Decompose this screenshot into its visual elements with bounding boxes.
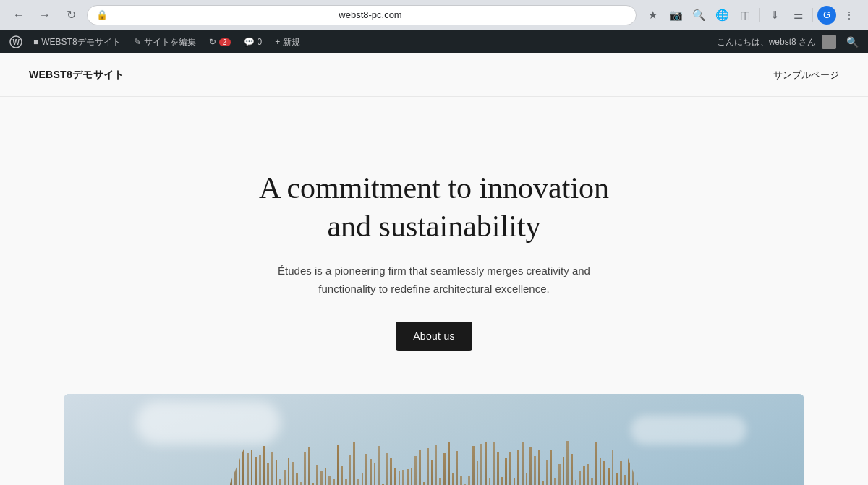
hero-title: A commitment to innovationand sustainabi… xyxy=(259,169,609,245)
building-slats xyxy=(188,441,680,486)
bookmark-button[interactable]: ★ xyxy=(642,5,663,25)
wp-comments-icon: 💬 xyxy=(244,37,255,47)
divider2 xyxy=(812,8,813,22)
wp-site-icon: ■ xyxy=(33,37,38,47)
wp-comments[interactable]: 💬 0 xyxy=(238,30,268,53)
browser-chrome: ← → ↻ 🔒 webst8-pc.com ★ 📷 🔍 🌐 ◫ ⇓ ⚌ G ⋮ xyxy=(0,0,868,30)
wp-new-label: 新規 xyxy=(283,36,300,48)
wp-site-name-label: WEBST8デモサイト xyxy=(41,36,120,48)
building-image xyxy=(64,394,804,486)
extensions-button[interactable]: ◫ xyxy=(735,5,755,25)
wp-admin-bar: W ■ WEBST8デモサイト ✎ サイトを編集 ↻ 2 💬 0 + 新規 こん… xyxy=(0,30,868,53)
url-bar[interactable]: 🔒 webst8-pc.com xyxy=(87,5,637,25)
wp-edit-icon: ✎ xyxy=(134,37,141,47)
wp-comments-count: 0 xyxy=(258,37,263,47)
about-us-button[interactable]: About us xyxy=(396,322,472,351)
wp-site-name[interactable]: ■ WEBST8デモサイト xyxy=(27,30,127,53)
site-header: WEBST8デモサイト サンプルページ xyxy=(0,53,868,97)
wp-updates-icon: ↻ xyxy=(209,37,216,47)
profile-avatar[interactable]: G xyxy=(817,6,836,25)
download-button[interactable]: ⇓ xyxy=(765,5,785,25)
menu-button[interactable]: ⋮ xyxy=(839,5,859,25)
security-icon: 🔒 xyxy=(96,9,108,20)
wp-search-button[interactable]: 🔍 xyxy=(842,32,862,52)
search-button[interactable]: 🔍 xyxy=(689,5,709,25)
browser-action-buttons: ★ 📷 🔍 🌐 ◫ ⇓ ⚌ G ⋮ xyxy=(642,5,859,25)
screenshot-button[interactable]: 📷 xyxy=(665,5,686,25)
main-content: A commitment to innovationand sustainabi… xyxy=(0,97,868,485)
cloud-1 xyxy=(136,401,281,445)
translate-button[interactable]: 🌐 xyxy=(712,5,732,25)
building-image-wrapper xyxy=(0,394,868,486)
wp-admin-bar-right: こんにちは、webst8 さん 🔍 xyxy=(717,32,862,52)
svg-text:W: W xyxy=(13,38,20,46)
wp-updates-count: 2 xyxy=(219,38,231,46)
back-button[interactable]: ← xyxy=(9,5,29,25)
wp-new-icon: + xyxy=(275,37,280,47)
wp-user-avatar[interactable] xyxy=(822,35,836,49)
wp-edit-label: サイトを編集 xyxy=(144,36,196,48)
refresh-button[interactable]: ↻ xyxy=(61,5,81,25)
site-logo[interactable]: WEBST8デモサイト xyxy=(29,69,124,82)
hero-section: A commitment to innovationand sustainabi… xyxy=(244,97,624,394)
url-text: webst8-pc.com xyxy=(114,9,627,20)
wp-greeting: こんにちは、webst8 さん xyxy=(717,36,816,48)
wp-new[interactable]: + 新規 xyxy=(269,30,306,53)
sidebar-button[interactable]: ⚌ xyxy=(788,5,808,25)
hero-description: Études is a pioneering firm that seamles… xyxy=(259,262,609,299)
wp-admin-bar-left: W ■ WEBST8デモサイト ✎ サイトを編集 ↻ 2 💬 0 + 新規 xyxy=(6,30,717,53)
wp-edit-site[interactable]: ✎ サイトを編集 xyxy=(128,30,202,53)
divider xyxy=(760,8,760,22)
cloud-2 xyxy=(631,416,746,445)
wp-updates[interactable]: ↻ 2 xyxy=(203,30,237,53)
site-nav: サンプルページ xyxy=(773,69,839,82)
nav-sample-page[interactable]: サンプルページ xyxy=(773,69,839,82)
forward-button[interactable]: → xyxy=(35,5,55,25)
wp-logo[interactable]: W xyxy=(6,32,26,52)
